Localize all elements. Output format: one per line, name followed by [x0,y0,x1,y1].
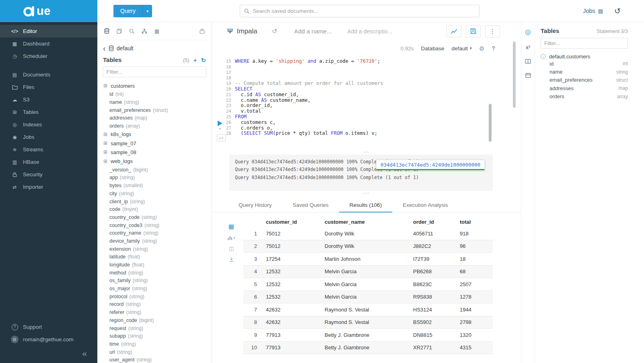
column-item[interactable]: client_ip(string) [103,198,212,206]
column-item[interactable]: time(string) [103,340,212,348]
column-item[interactable]: record(string) [103,301,212,309]
tab-saved-queries[interactable]: Saved Queries [282,199,339,212]
more-actions-button[interactable]: ⋮ [485,25,500,37]
collapse-sidebar-button[interactable]: « [0,346,97,362]
query-description-input[interactable] [347,28,400,35]
table-row[interactable]: 317254Martin JohnsonI72T3918 [243,253,493,266]
execute-button[interactable]: ▾ [217,120,223,131]
table-item[interactable]: ⊞k8s_logs [103,130,212,139]
column-item[interactable]: subapp(string) [103,332,212,340]
column-item[interactable]: email_preferences(struct) [103,106,212,114]
column-item[interactable]: _version_(bigint) [103,166,212,174]
back-chevron-icon[interactable]: ‹ [103,44,106,52]
column-item[interactable]: referer(string) [103,308,212,316]
sidebar-item-s3[interactable]: ☁S3 [0,93,97,106]
column-item[interactable]: name(string) [103,98,212,106]
table-row[interactable]: 742632Raymond S. VestalHS31241944 [243,303,493,316]
database-selector[interactable]: default ▾ [451,45,472,52]
column-item[interactable]: code(tinyint) [103,205,212,213]
search-assist-icon[interactable] [129,29,134,34]
chart-button[interactable] [446,25,461,37]
column-item[interactable]: longitude(float) [103,261,212,269]
settings-gear-icon[interactable]: ⚙ [479,45,484,52]
column-item[interactable]: email_preferencesstruct [541,76,628,84]
table-row[interactable]: 275012Dorothy WilkJ882C296 [243,240,493,253]
column-item[interactable]: latitude(float) [103,253,212,261]
search-input[interactable] [253,8,475,14]
column-item[interactable]: device_family(string) [103,237,212,245]
breadcrumb-database[interactable]: default [117,45,134,52]
language-reference-icon[interactable] [525,59,531,64]
column-item[interactable]: country_code(string) [103,213,212,221]
column-item[interactable]: app(string) [103,174,212,182]
sidebar-item-importer[interactable]: ⇄Importer [0,181,97,193]
sidebar-item-dashboard[interactable]: ▦Dashboard [0,37,97,50]
column-item[interactable]: bytes(smallint) [103,182,212,190]
documents-assist-icon[interactable] [117,29,122,34]
table-item[interactable]: ⊞customers [103,81,212,90]
column-item[interactable]: addresses(map) [103,114,212,122]
panel-scrollbar[interactable] [513,41,516,108]
table-item[interactable]: ⊞sample_07 [103,139,212,148]
sql-editor[interactable]: 15WHERE a.key = 'shipping' and a.zip_cod… [212,56,521,150]
sidebar-item-jobs[interactable]: ◉Jobs [0,131,97,143]
download-icon[interactable] [229,257,234,262]
column-item[interactable]: method(string) [103,269,212,277]
sidebar-item-indexes[interactable]: ◎Indexes [0,118,97,131]
bag-icon[interactable] [200,29,205,34]
schedule-icon[interactable] [525,72,531,78]
tab-results-106-[interactable]: Results (106) [339,199,392,212]
column-item[interactable]: city(string) [103,190,212,198]
tab-query-history[interactable]: Query History [228,199,282,212]
refresh-icon[interactable]: ↻ [201,57,206,63]
tab-execution-analysis[interactable]: Execution Analysis [392,199,459,212]
table-item[interactable]: ⊞web_logs [103,157,212,166]
hue-logo[interactable]: ue [0,0,97,22]
assistant-icon[interactable]: ◎ [525,28,531,36]
table-row[interactable]: 175012Dorothy Wilk4056711918 [243,227,493,240]
column-item[interactable]: idint [541,60,628,68]
column-item[interactable]: os_major(string) [103,285,212,293]
table-row[interactable]: 512532Melvin GarciaB8623C2507 [243,278,493,291]
column-item[interactable]: country_code3(string) [103,221,212,229]
resize-handle-bottom[interactable]: ⋯ [212,191,521,196]
column-item[interactable]: orders(array) [103,122,212,130]
sidebar-item-streams[interactable]: ≋Streams [0,143,97,156]
column-item[interactable]: user_agent(string) [103,356,212,363]
database-sources-icon[interactable] [104,28,109,34]
columns-icon[interactable]: ◫ [229,245,234,252]
column-item[interactable]: namestring [541,68,628,76]
column-item[interactable]: country_name(string) [103,229,212,237]
hierarchy-icon[interactable] [142,29,147,34]
sidebar-item-security[interactable]: Security [0,168,97,181]
sidebar-item-documents[interactable]: ▤Documents [0,68,97,81]
sidebar-item-editor[interactable]: </>Editor [0,25,97,37]
grid-view-icon[interactable]: ▦ [228,223,234,230]
statement-options-button[interactable]: ▭▾ [217,134,226,141]
column-item[interactable]: id(int) [103,90,212,98]
help-icon[interactable]: ? [492,45,495,51]
column-item[interactable]: request(string) [103,324,212,332]
apps-grid-icon[interactable]: ▦ [154,28,159,34]
table-item[interactable]: ⊞sample_08 [103,148,212,157]
sidebar-item-files[interactable]: Files [0,81,97,93]
table-row[interactable]: 1077913Betty J. GiambroneXR27714315 [243,342,493,355]
sidebar-item-tables[interactable]: ⊞Tables [0,106,97,118]
column-item[interactable]: url(string) [103,348,212,356]
functions-icon[interactable]: x² [526,45,530,50]
table-row[interactable]: 977913Betty J. GiambroneDN88151320 [243,329,493,342]
jobs-link[interactable]: Jobs ▤ [583,8,603,14]
snippet-history-icon[interactable]: ↺ [272,28,277,35]
column-item[interactable]: os_family(string) [103,277,212,285]
table-filter-input[interactable] [103,66,206,77]
user-menu[interactable]: R romain@gethue.com [0,333,97,346]
sidebar-item-hbase[interactable]: ▥HBase [0,156,97,168]
query-history-icon[interactable]: ↺ [614,7,621,15]
query-name-input[interactable] [294,28,342,35]
editor-scrollbar[interactable] [489,104,492,142]
column-item[interactable]: addressesmap [541,84,628,92]
right-assist-filter[interactable] [541,38,628,49]
new-query-button[interactable]: Query [113,5,142,17]
active-table[interactable]: i default.customers [541,54,628,60]
chart-view-icon[interactable]: ▾ [227,235,235,240]
